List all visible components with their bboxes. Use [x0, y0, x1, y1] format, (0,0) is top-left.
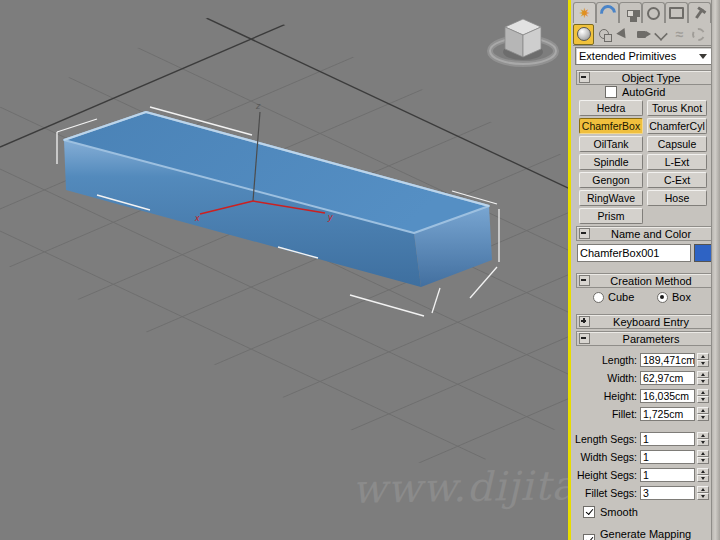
expand-icon[interactable] — [579, 316, 590, 327]
command-panel: Extended Primitives Object Type AutoGrid… — [571, 0, 720, 540]
rollout-creation-method[interactable]: Creation Method — [576, 273, 713, 288]
button-c-ext[interactable]: C-Ext — [647, 172, 707, 188]
cameras-icon — [637, 31, 646, 38]
chamferbox-object[interactable] — [64, 112, 492, 287]
collapse-icon[interactable] — [579, 275, 590, 286]
width-input[interactable]: 62,97cm — [640, 371, 695, 385]
application-window: x y z www.dijitalde — [0, 0, 720, 540]
button-chamfercyl[interactable]: ChamferCyl — [647, 118, 707, 134]
spinner-up-button[interactable] — [697, 432, 709, 439]
motion-icon — [647, 7, 660, 20]
fillet-segs-spinner — [697, 486, 709, 500]
width-segs-row: Width Segs: 1 — [571, 449, 713, 464]
smooth-checkbox[interactable] — [583, 506, 595, 518]
spinner-down-button[interactable] — [697, 439, 709, 446]
lights-icon — [616, 27, 629, 40]
autogrid-checkbox[interactable] — [605, 86, 617, 98]
spinner-up-button[interactable] — [697, 371, 709, 378]
spinner-up-button[interactable] — [697, 353, 709, 360]
length-input[interactable]: 189,471cm — [640, 353, 695, 367]
collapse-icon[interactable] — [579, 333, 590, 344]
generate-mapping-coords-checkbox[interactable] — [583, 534, 595, 540]
category-space-warps[interactable] — [670, 25, 689, 44]
subcategory-dropdown[interactable]: Extended Primitives — [575, 47, 713, 65]
height-segs-label: Height Segs: — [571, 469, 640, 481]
category-cameras[interactable] — [632, 25, 651, 44]
button-hose[interactable]: Hose — [647, 190, 707, 206]
category-geometry[interactable] — [573, 24, 594, 45]
tab-motion[interactable] — [642, 2, 665, 23]
spinner-down-button[interactable] — [697, 360, 709, 367]
button-l-ext[interactable]: L-Ext — [647, 154, 707, 170]
category-shapes[interactable] — [594, 25, 613, 44]
length-segs-spinner — [697, 432, 709, 446]
button-hedra[interactable]: Hedra — [579, 100, 643, 116]
generate-mapping-coords-row[interactable]: Generate Mapping Coords. — [583, 528, 720, 540]
button-torus-knot[interactable]: Torus Knot — [647, 100, 707, 116]
spinner-down-button[interactable] — [697, 378, 709, 385]
button-gengon[interactable]: Gengon — [579, 172, 643, 188]
tab-modify[interactable] — [596, 2, 619, 23]
fillet-segs-input[interactable]: 3 — [640, 486, 695, 500]
length-segs-label: Length Segs: — [571, 433, 640, 445]
length-segs-input[interactable]: 1 — [640, 432, 695, 446]
modify-icon — [596, 2, 619, 25]
rollout-name-and-color[interactable]: Name and Color — [576, 226, 713, 241]
height-segs-input[interactable]: 1 — [640, 468, 695, 482]
button-ringwave[interactable]: RingWave — [579, 190, 643, 206]
cube-radio[interactable] — [593, 292, 604, 303]
category-systems[interactable] — [689, 25, 708, 44]
button-oiltank[interactable]: OilTank — [579, 136, 643, 152]
button-capsule[interactable]: Capsule — [647, 136, 707, 152]
category-lights[interactable] — [613, 25, 632, 44]
width-segs-input[interactable]: 1 — [640, 450, 695, 464]
autogrid-checkbox-row[interactable]: AutoGrid — [605, 86, 665, 98]
spinner-down-button[interactable] — [697, 414, 709, 421]
button-prism[interactable]: Prism — [579, 208, 643, 224]
tab-utilities[interactable] — [688, 2, 711, 23]
spinner-up-button[interactable] — [697, 389, 709, 396]
rollout-parameters[interactable]: Parameters — [576, 331, 713, 346]
smooth-label: Smooth — [600, 506, 638, 518]
spinner-up-button[interactable] — [697, 486, 709, 493]
collapse-icon[interactable] — [579, 228, 590, 239]
radio-cube-row[interactable]: Cube — [593, 291, 634, 303]
spinner-down-button[interactable] — [697, 457, 709, 464]
button-chamferbox[interactable]: ChamferBox — [579, 118, 643, 134]
spinner-down-button[interactable] — [697, 396, 709, 403]
collapse-icon[interactable] — [579, 72, 590, 83]
fillet-input[interactable]: 1,725cm — [640, 407, 695, 421]
spinner-down-button[interactable] — [697, 493, 709, 500]
viewcube[interactable] — [490, 19, 556, 64]
hierarchy-icon — [627, 10, 634, 17]
spinner-up-button[interactable] — [697, 450, 709, 457]
category-helpers[interactable] — [651, 25, 670, 44]
shapes-icon — [599, 29, 609, 39]
box-radio[interactable] — [657, 292, 668, 303]
rollout-keyboard-entry[interactable]: Keyboard Entry — [576, 314, 713, 329]
perspective-viewport[interactable]: x y z www.dijitalde — [0, 0, 568, 540]
tab-create[interactable] — [573, 2, 596, 23]
tab-display[interactable] — [665, 2, 688, 23]
length-spinner — [697, 353, 709, 367]
object-name-input[interactable]: ChamferBox001 — [577, 244, 691, 262]
spinner-up-button[interactable] — [697, 407, 709, 414]
y-axis-label: y — [327, 212, 333, 222]
geometry-sphere-icon — [577, 27, 591, 41]
rollout-name-and-color-title: Name and Color — [590, 228, 712, 240]
name-color-row: ChamferBox001 — [577, 244, 713, 262]
chevron-down-icon — [699, 54, 707, 59]
spinner-down-button[interactable] — [697, 475, 709, 482]
radio-box-row[interactable]: Box — [657, 291, 691, 303]
viewport-canvas[interactable]: x y z — [0, 0, 568, 540]
height-input[interactable]: 16,035cm — [640, 389, 695, 403]
spinner-up-button[interactable] — [697, 468, 709, 475]
command-panel-tabs — [573, 0, 711, 22]
panel-scroll-gutter[interactable] — [711, 0, 720, 540]
box-radio-label: Box — [672, 291, 691, 303]
smooth-checkbox-row[interactable]: Smooth — [583, 506, 638, 518]
button-spindle[interactable]: Spindle — [579, 154, 643, 170]
height-segs-row: Height Segs: 1 — [571, 467, 713, 482]
tab-hierarchy[interactable] — [619, 2, 642, 23]
rollout-object-type[interactable]: Object Type — [576, 70, 713, 85]
